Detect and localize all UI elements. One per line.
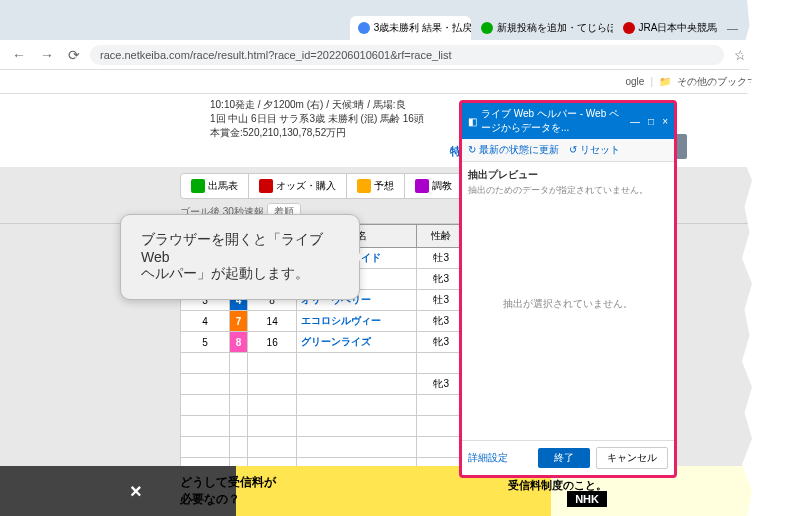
tab-label: オッズ・購入 — [276, 179, 336, 193]
maximize-icon[interactable]: □ — [648, 116, 654, 127]
cancel-button[interactable]: キャンセル — [596, 447, 668, 469]
cell-horse[interactable] — [297, 395, 417, 416]
tab-icon — [191, 179, 205, 193]
race-tab[interactable]: オッズ・購入 — [249, 174, 347, 198]
cell-num — [248, 353, 297, 374]
url-bar: ← → ⟳ ☆ ⋮ — [0, 40, 787, 70]
preview-title: 抽出プレビュー — [468, 168, 668, 182]
detail-link[interactable]: 詳細設定 — [468, 451, 508, 465]
race-tab[interactable]: 出馬表 — [181, 174, 249, 198]
cell-rank — [181, 437, 230, 458]
browser-tab[interactable]: 3歳未勝利 結果・払戻× — [350, 16, 472, 40]
browser-tab[interactable]: JRA日本中央競馬会 — [615, 16, 717, 40]
minimize-icon[interactable]: — — [727, 22, 738, 34]
reset-button[interactable]: ↺ リセット — [569, 143, 620, 157]
tab-icon — [357, 179, 371, 193]
tab-icon — [259, 179, 273, 193]
cell-horse[interactable]: グリーンライズ — [297, 332, 417, 353]
dialog-body: 抽出プレビュー 抽出のためのデータが指定されていません。 抽出が選択されていませ… — [462, 162, 674, 440]
close-icon[interactable]: × — [662, 116, 668, 127]
ogle-label: ogle — [625, 76, 644, 87]
cell-num: 16 — [248, 332, 297, 353]
cell-rank — [181, 395, 230, 416]
url-input[interactable] — [90, 45, 724, 65]
tab-title: 3歳未勝利 結果・払戻 — [374, 21, 472, 35]
browser-tab-strip: 3歳未勝利 結果・払戻× 新規投稿を追加・てじらぼ× JRA日本中央競馬会 — … — [0, 0, 787, 40]
tab-title: 新規投稿を追加・てじらぼ — [497, 21, 612, 35]
app-icon: ◧ — [468, 116, 477, 127]
cell-frame — [230, 353, 248, 374]
dialog-toolbar: ↻ 最新の状態に更新 ↺ リセット — [462, 139, 674, 162]
minimize-icon[interactable]: — — [630, 116, 640, 127]
dialog-titlebar[interactable]: ◧ ライブ Web ヘルパー - Web ページからデータを... — □ × — [462, 103, 674, 139]
cell-rank — [181, 374, 230, 395]
cell-num: 14 — [248, 311, 297, 332]
tooltip-callout: ブラウザーを開くと「ライブWeb ヘルパー」が起動します。 — [120, 214, 360, 300]
banner-text: どうして受信料が — [180, 474, 276, 491]
tab-icon — [415, 179, 429, 193]
refresh-button[interactable]: ↻ 最新の状態に更新 — [468, 143, 559, 157]
cell-frame — [230, 374, 248, 395]
tab-label: 調教 — [432, 179, 452, 193]
cell-num — [248, 374, 297, 395]
cell-horse[interactable] — [297, 416, 417, 437]
nhk-logo: NHK — [567, 491, 607, 507]
dialog-footer: 詳細設定 終了 キャンセル — [462, 440, 674, 475]
folder-icon: 📁 — [659, 76, 671, 87]
close-icon[interactable]: × — [130, 480, 142, 503]
cell-frame: 7 — [230, 311, 248, 332]
cell-horse[interactable] — [297, 374, 417, 395]
tab-label: 予想 — [374, 179, 394, 193]
tab-label: 出馬表 — [208, 179, 238, 193]
browser-tab[interactable]: 新規投稿を追加・てじらぼ× — [473, 16, 612, 40]
cell-horse[interactable] — [297, 437, 417, 458]
cell-frame: 8 — [230, 332, 248, 353]
reload-icon[interactable]: ⟳ — [64, 47, 84, 63]
live-web-helper-dialog: ◧ ライブ Web ヘルパー - Web ページからデータを... — □ × … — [459, 100, 677, 478]
tab-title: JRA日本中央競馬会 — [639, 21, 717, 35]
forward-icon[interactable]: → — [36, 47, 58, 63]
cell-horse[interactable] — [297, 353, 417, 374]
dialog-title: ライブ Web ヘルパー - Web ページからデータを... — [481, 107, 626, 135]
cell-num — [248, 416, 297, 437]
cell-num — [248, 437, 297, 458]
cell-rank — [181, 416, 230, 437]
cell-num — [248, 395, 297, 416]
race-tab[interactable]: 調教 — [405, 174, 463, 198]
cell-frame — [230, 437, 248, 458]
callout-text: ブラウザーを開くと「ライブWeb — [141, 231, 339, 265]
ok-button[interactable]: 終了 — [538, 448, 590, 468]
cell-rank — [181, 353, 230, 374]
race-tab[interactable]: 予想 — [347, 174, 405, 198]
bookmark-bar: ogle | 📁 その他のブックマーク — [0, 70, 787, 94]
callout-text: ヘルパー」が起動します。 — [141, 265, 339, 283]
back-icon[interactable]: ← — [8, 47, 30, 63]
cell-rank: 4 — [181, 311, 230, 332]
cell-frame — [230, 416, 248, 437]
center-msg: 抽出が選択されていません。 — [468, 297, 668, 311]
cell-frame — [230, 395, 248, 416]
cell-rank: 5 — [181, 332, 230, 353]
cell-horse[interactable]: エコロシルヴィー — [297, 311, 417, 332]
banner-text: 必要なの？ — [180, 491, 276, 508]
preview-msg: 抽出のためのデータが指定されていません。 — [468, 184, 668, 197]
